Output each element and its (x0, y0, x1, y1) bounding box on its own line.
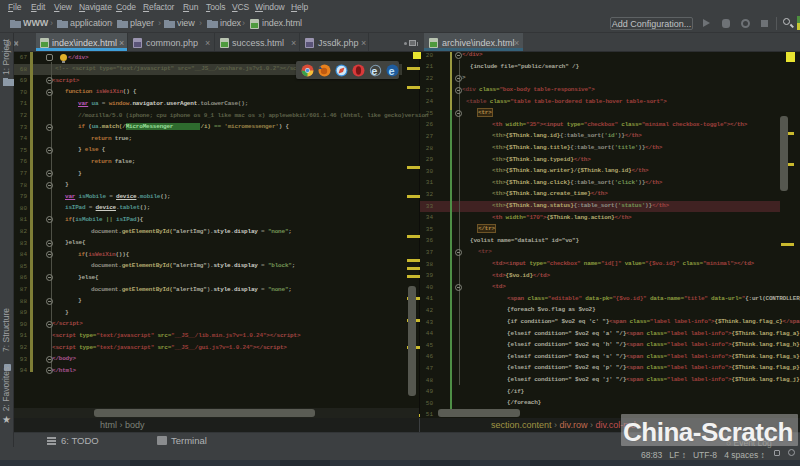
svg-text:e: e (389, 65, 395, 77)
svg-text:e: e (371, 65, 377, 77)
